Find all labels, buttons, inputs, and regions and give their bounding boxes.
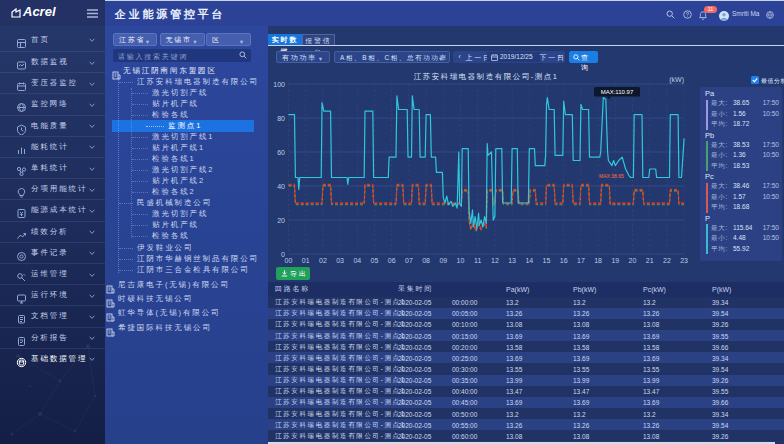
svg-text:01: 01 [302, 257, 310, 264]
svg-text:20: 20 [629, 257, 637, 264]
svg-text:60: 60 [277, 149, 285, 156]
svg-text:19: 19 [611, 257, 619, 264]
svg-text:11: 11 [474, 257, 481, 264]
svg-text:(kW): (kW) [669, 76, 684, 84]
svg-text:14: 14 [525, 257, 533, 264]
svg-text:06: 06 [388, 257, 396, 264]
svg-text:40: 40 [277, 183, 285, 190]
svg-text:MAX:38.65: MAX:38.65 [599, 173, 624, 179]
svg-text:13: 13 [508, 257, 516, 264]
svg-text:04: 04 [353, 257, 361, 264]
svg-text:00: 00 [285, 257, 293, 264]
svg-text:16: 16 [560, 257, 568, 264]
svg-text:03: 03 [336, 257, 344, 264]
svg-text:18: 18 [594, 257, 602, 264]
svg-text:21: 21 [646, 257, 654, 264]
svg-text:15: 15 [543, 257, 551, 264]
svg-text:22: 22 [663, 257, 671, 264]
svg-text:12: 12 [491, 257, 499, 264]
svg-text:MAX:110.97: MAX:110.97 [601, 89, 634, 95]
svg-text:江苏安科瑞电器制造有限公司-测点1: 江苏安科瑞电器制造有限公司-测点1 [414, 72, 559, 81]
svg-text:17: 17 [577, 257, 585, 264]
svg-text:80: 80 [277, 115, 285, 122]
svg-text:05: 05 [371, 257, 379, 264]
svg-text:10: 10 [457, 257, 465, 264]
svg-text:20: 20 [277, 217, 285, 224]
svg-text:23: 23 [680, 257, 688, 264]
svg-text:09: 09 [439, 257, 447, 264]
svg-text:100: 100 [273, 81, 285, 88]
svg-text:07: 07 [405, 257, 413, 264]
svg-text:08: 08 [422, 257, 430, 264]
svg-text:02: 02 [319, 257, 327, 264]
